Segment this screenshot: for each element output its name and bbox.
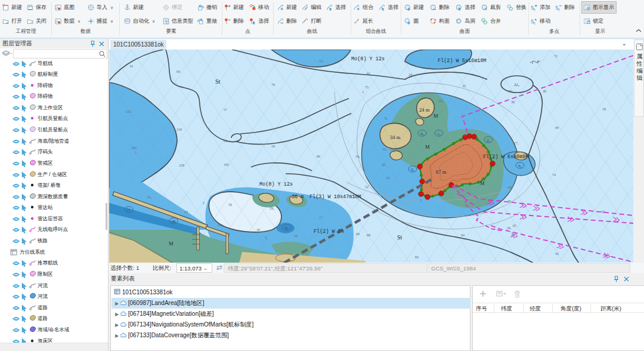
- svg-text:4₉: 4₉: [420, 131, 424, 136]
- svg-text:34 m: 34 m: [390, 134, 401, 140]
- svg-text:10: 10: [386, 176, 389, 180]
- svg-text:Fl(2) W 5s16m10M: Fl(2) W 5s16m10M: [438, 58, 487, 64]
- svg-text:219: 219: [177, 128, 182, 131]
- svg-text:132: 132: [126, 110, 131, 113]
- svg-text:64: 64: [461, 233, 465, 237]
- svg-text:Fl(2) W 5s: Fl(2) W 5s: [314, 229, 344, 235]
- svg-text:St: St: [215, 78, 221, 85]
- svg-text:63: 63: [508, 186, 512, 189]
- svg-text:30: 30: [508, 90, 512, 93]
- svg-text:Fl(2) W 6s80m9M: Fl(2) W 6s80m9M: [483, 154, 529, 160]
- svg-text:24: 24: [408, 73, 412, 76]
- svg-text:50: 50: [271, 144, 275, 148]
- svg-text:M: M: [480, 180, 485, 186]
- svg-text:52: 52: [365, 185, 369, 189]
- svg-text:58: 58: [601, 210, 605, 214]
- svg-text:68: 68: [367, 233, 370, 237]
- svg-text:14₆: 14₆: [218, 223, 222, 227]
- svg-text:60: 60: [224, 139, 227, 143]
- svg-text:6: 6: [534, 8, 535, 11]
- svg-text:195: 195: [224, 163, 229, 167]
- svg-text:29₈: 29₈: [270, 207, 274, 210]
- svg-text:2: 2: [362, 90, 364, 94]
- svg-text:St: St: [397, 234, 402, 241]
- svg-text:6₈: 6₈: [518, 164, 522, 168]
- svg-text:10: 10: [512, 224, 516, 227]
- svg-text:6: 6: [558, 8, 560, 11]
- svg-text:2: 2: [203, 201, 205, 205]
- svg-text:M: M: [425, 144, 430, 150]
- svg-text:20: 20: [382, 163, 385, 167]
- svg-text:0₅: 0₅: [285, 226, 289, 230]
- svg-text:Mo(0) Y 12s: Mo(0) Y 12s: [259, 181, 293, 187]
- svg-text:22₉: 22₉: [514, 82, 519, 87]
- svg-text:17₃: 17₃: [514, 141, 519, 145]
- svg-text:12₂: 12₂: [382, 147, 387, 151]
- svg-text:6₉: 6₉: [385, 116, 388, 120]
- svg-text:69: 69: [555, 126, 559, 130]
- svg-text:57: 57: [224, 108, 227, 112]
- svg-text:26₇: 26₇: [507, 226, 512, 230]
- svg-text:58: 58: [602, 107, 606, 111]
- svg-text:28: 28: [172, 219, 176, 223]
- svg-text:2₉: 2₉: [487, 138, 490, 142]
- svg-text:55: 55: [365, 85, 369, 89]
- svg-text:0: 0: [393, 149, 395, 153]
- svg-text:32: 32: [462, 84, 466, 88]
- svg-text:Mo(0) Y 12s: Mo(0) Y 12s: [351, 56, 385, 62]
- svg-text:195: 195: [131, 146, 137, 150]
- svg-text:14₉: 14₉: [438, 99, 443, 103]
- svg-text:72: 72: [554, 54, 558, 58]
- svg-text:74: 74: [552, 173, 556, 177]
- svg-text:14₉: 14₉: [147, 195, 151, 199]
- svg-text:41: 41: [367, 72, 370, 75]
- svg-text:36: 36: [511, 100, 515, 104]
- svg-text:60: 60: [356, 232, 360, 236]
- svg-text:67 m: 67 m: [436, 169, 447, 175]
- svg-text:10: 10: [256, 228, 260, 232]
- svg-text:26: 26: [507, 199, 511, 203]
- svg-text:83: 83: [415, 255, 419, 259]
- svg-text:24₉: 24₉: [355, 155, 360, 158]
- svg-text:5₅: 5₅: [265, 236, 268, 239]
- svg-text:Fl(3) W 10s47m10M: Fl(3) W 10s47m10M: [309, 194, 361, 200]
- svg-text:60: 60: [177, 70, 180, 73]
- svg-text:17: 17: [127, 208, 131, 212]
- svg-text:6: 6: [534, 21, 535, 24]
- svg-text:2: 2: [135, 150, 137, 155]
- svg-text:1₂: 1₂: [437, 131, 441, 136]
- svg-text:12₅: 12₅: [319, 59, 324, 63]
- svg-text:0₅: 0₅: [411, 167, 414, 171]
- svg-text:M: M: [434, 113, 438, 119]
- svg-text:30: 30: [543, 90, 546, 93]
- svg-text:76: 76: [271, 83, 275, 87]
- svg-text:60: 60: [317, 155, 320, 158]
- svg-text:24 m: 24 m: [419, 107, 430, 113]
- svg-text:M: M: [169, 241, 174, 247]
- svg-text:13: 13: [184, 210, 188, 214]
- svg-text:5₇: 5₇: [420, 199, 423, 202]
- svg-text:30: 30: [511, 233, 515, 237]
- svg-text:10: 10: [294, 234, 298, 238]
- svg-text:228: 228: [179, 164, 184, 167]
- svg-text:17: 17: [319, 216, 323, 220]
- svg-text:36 m: 36 m: [292, 194, 304, 200]
- svg-text:33: 33: [129, 64, 133, 68]
- svg-text:50: 50: [228, 203, 232, 207]
- svg-text:42: 42: [555, 252, 559, 255]
